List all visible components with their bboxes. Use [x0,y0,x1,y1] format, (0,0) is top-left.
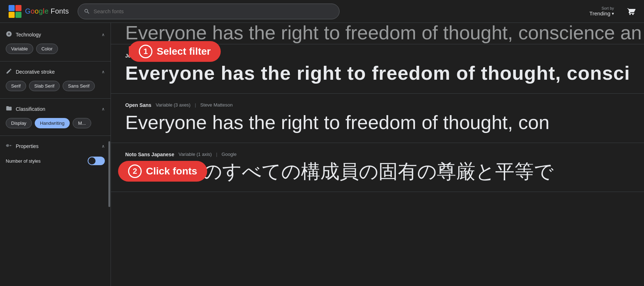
technology-section-title: Technology [6,31,41,39]
partial-top-card: Everyone has the right to freedom of tho… [111,23,644,44]
decorative-section-header[interactable]: Decorative stroke ∧ [0,64,111,79]
sort-by-label: Sort by [601,6,614,10]
classification-chevron-icon: ∧ [102,107,105,112]
separator-3: | [216,152,217,157]
toggle-thumb [88,157,96,164]
font-card-jersey25[interactable]: Jersey 25 1 style | Sarah Cadigan-Fried … [111,44,644,94]
decorative-section-title: Decorative stroke [6,68,55,76]
folder-icon [6,105,12,113]
divider-2 [0,98,111,99]
font-name-notosans: Noto Sans Japanese [125,152,174,157]
font-preview-jersey25: Everyone has the right to freedom of tho… [125,61,630,85]
sidebar: Technology ∧ Variable Color Decorative s… [0,23,111,286]
chip-variable[interactable]: Variable [6,44,33,54]
font-styles-notosans: Variable (1 axis) [179,152,212,157]
search-bar[interactable] [78,4,340,19]
main-layout: Technology ∧ Variable Color Decorative s… [0,23,644,286]
svg-rect-0 [9,5,15,11]
logo-area: Google Fonts [9,5,69,18]
google-fonts-logo-icon [9,5,21,18]
font-card-meta-jersey25: Jersey 25 1 style | Sarah Cadigan-Fried [125,53,630,59]
header: Google Fonts Sort by Trending ▾ [0,0,644,23]
technology-section-header[interactable]: Technology ∧ [0,27,111,42]
logo-text: Google Fonts [25,7,69,15]
font-card-notosans[interactable]: Noto Sans Japanese Variable (1 axis) | G… [111,143,644,192]
chip-serif[interactable]: Serif [6,81,26,91]
decorative-chevron-icon: ∧ [102,69,105,74]
sort-area: Sort by Trending ▾ [589,6,614,16]
font-name-jersey25: Jersey 25 [125,53,148,59]
divider-3 [0,135,111,136]
sidebar-section-properties: Properties ∧ Number of styles [0,137,111,169]
classification-section-header[interactable]: Classification ∧ [0,102,111,117]
chip-more[interactable]: M... [73,118,91,128]
pen-icon [6,68,12,76]
sort-dropdown[interactable]: Trending ▾ [589,10,614,16]
number-of-styles-label: Number of styles [6,158,41,164]
chevron-down-icon: ▾ [612,11,614,16]
svg-rect-1 [15,5,21,11]
separator-2: | [195,102,196,108]
font-list: Everyone has the right to freedom of tho… [111,23,644,286]
svg-rect-3 [15,12,21,18]
number-of-styles-toggle[interactable] [88,157,105,165]
font-card-meta-opensans: Open Sans Variable (3 axes) | Steve Matt… [125,102,630,108]
chip-color[interactable]: Color [36,44,58,54]
sort-value-text: Trending [589,10,610,16]
cart-icon[interactable] [627,7,635,16]
search-icon [84,8,90,15]
font-card-meta-notosans: Noto Sans Japanese Variable (1 axis) | G… [125,152,630,157]
font-styles-jersey25: 1 style [152,53,166,59]
properties-chevron-icon: ∧ [102,144,105,149]
svg-rect-2 [9,12,15,18]
font-preview-opensans: Everyone has the right to freedom of tho… [125,111,630,134]
chip-handwriting[interactable]: Handwriting [35,118,70,128]
number-of-styles-row: Number of styles [0,154,111,168]
partial-top-preview: Everyone has the right to freedom of tho… [125,23,630,42]
font-styles-opensans: Variable (3 axes) [156,102,190,108]
search-input[interactable] [94,8,333,14]
font-preview-notosans: 人類社会のすべての構成員の固有の尊厳と平等で [125,160,630,183]
chip-slab-serif[interactable]: Slab Serif [29,81,60,91]
font-author-jersey25: Sarah Cadigan-Fried [176,53,219,59]
chip-display[interactable]: Display [6,118,32,128]
sidebar-section-decorative: Decorative stroke ∧ Serif Slab Serif San… [0,63,111,97]
font-card-opensans[interactable]: Open Sans Variable (3 axes) | Steve Matt… [111,94,644,143]
separator-1: | [170,53,171,59]
properties-icon [6,142,12,150]
font-author-opensans: Steve Matteson [200,102,233,108]
technology-chips: Variable Color [0,42,111,58]
chip-sans-serif[interactable]: Sans Serif [63,81,95,91]
decorative-chips: Serif Slab Serif Sans Serif [0,79,111,95]
properties-section-header[interactable]: Properties ∧ [0,139,111,154]
classification-chips: Display Handwriting M... [0,117,111,133]
technology-chevron-icon: ∧ [102,32,105,37]
sidebar-section-technology: Technology ∧ Variable Color [0,26,111,60]
font-name-opensans: Open Sans [125,102,151,108]
sidebar-section-classification: Classification ∧ Display Handwriting M..… [0,100,111,134]
classification-section-title: Classification [6,105,45,113]
properties-section-title: Properties [6,142,39,150]
font-author-notosans: Google [221,152,236,157]
divider-1 [0,61,111,61]
technology-icon [6,31,12,39]
